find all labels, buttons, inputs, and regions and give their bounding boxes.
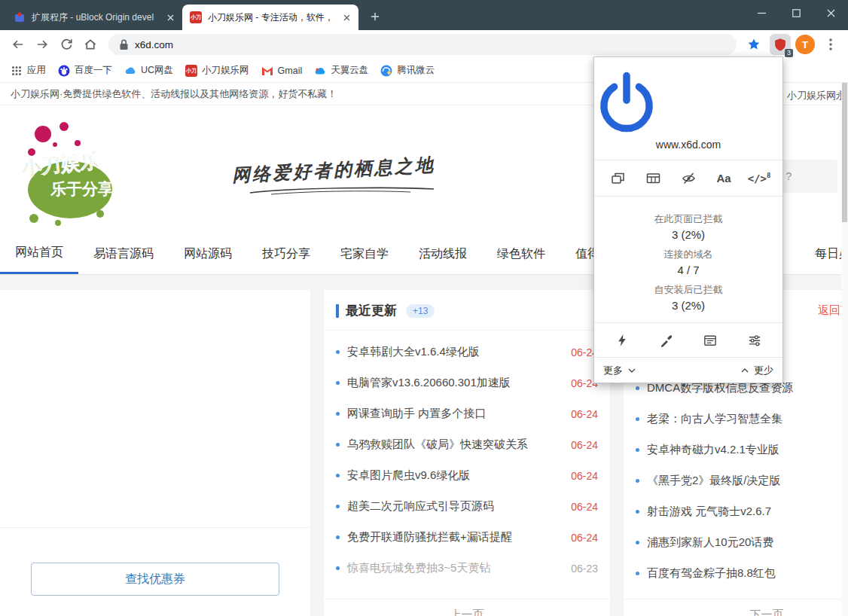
ublock-toggle-row: Aa </>8: [594, 160, 782, 196]
list-item[interactable]: 惊喜电玩城免费抽3~5天黄钻06-23: [324, 553, 610, 584]
search-placeholder: ?: [785, 169, 792, 182]
item-title[interactable]: 网课查询助手 内置多个接口: [347, 407, 565, 421]
maximize-button[interactable]: [779, 0, 813, 26]
list-item[interactable]: 电脑管家v13.6.20660.301加速版06-24: [324, 367, 610, 398]
find-coupon-button[interactable]: 查找优惠券: [31, 563, 279, 596]
code-glyph: </>: [748, 172, 767, 184]
forward-button[interactable]: [30, 32, 54, 56]
bullet-icon: [636, 479, 639, 483]
apps-grid-icon: [11, 65, 23, 77]
list-item[interactable]: 乌鸦救赎团队《破局》快速突破关系06-24: [324, 429, 610, 460]
nav-label: 技巧分享: [262, 246, 310, 262]
scrollbar-thumb[interactable]: [842, 83, 847, 222]
list-item[interactable]: 浦惠到家新人10元20话费: [624, 527, 848, 558]
list-item[interactable]: 安卓图片爬虫v9.6绿化版06-24: [324, 460, 610, 491]
list-item[interactable]: 网课查询助手 内置多个接口06-24: [324, 398, 610, 429]
bookmark-xiaodao[interactable]: 小刀 小刀娱乐网: [185, 64, 249, 77]
weiyun-icon: [380, 65, 392, 77]
nav-yiyuyan[interactable]: 易语言源码: [78, 233, 169, 274]
nav-green-software[interactable]: 绿色软件: [482, 233, 560, 274]
item-title[interactable]: 免费开联通防骚扰拦截+漏话提醒: [347, 530, 565, 544]
item-title[interactable]: 百度有驾金粽子抽8.8红包: [647, 566, 848, 581]
tab-xiaodao-site[interactable]: 小刀 小刀娱乐网 - 专注活动，软件，: [182, 5, 358, 30]
back-button[interactable]: [6, 32, 30, 56]
nav-tips[interactable]: 技巧分享: [247, 233, 325, 274]
item-title[interactable]: 《黑手党2》最终版/决定版: [647, 474, 848, 488]
nav-label: 绿色软件: [497, 246, 545, 262]
nav-self-study[interactable]: 宅家自学: [325, 233, 404, 274]
list-item[interactable]: 安卓神奇磁力v4.2.1专业版: [624, 435, 848, 465]
profile-avatar[interactable]: T: [795, 35, 815, 54]
tab-close-icon[interactable]: [164, 11, 176, 23]
bookmark-label: UC网盘: [141, 64, 173, 77]
bookmark-star-icon[interactable]: [743, 33, 765, 56]
item-title[interactable]: 电脑管家v13.6.20660.301加速版: [347, 376, 565, 390]
list-item[interactable]: 《黑手党2》最终版/决定版: [624, 465, 848, 496]
address-bar[interactable]: x6d.com: [108, 34, 737, 55]
tab-close-icon[interactable]: [340, 11, 352, 23]
close-window-button[interactable]: [813, 0, 848, 26]
item-title[interactable]: 超美二次元响应式引导页源码: [347, 499, 565, 514]
prev-page-button[interactable]: 上一页: [324, 599, 610, 616]
logger-icon[interactable]: [697, 328, 723, 353]
item-title[interactable]: 射击游戏 元气骑士v2.6.7: [647, 505, 848, 519]
browser-menu-icon[interactable]: [819, 33, 842, 56]
chevron-down-icon: [628, 368, 636, 373]
site-logo[interactable]: 小刀娱乐 乐于分享: [11, 114, 124, 227]
bullet-icon: [636, 386, 639, 390]
ublock-footer: 更多 更少: [594, 357, 782, 383]
recent-updates-title: 最近更新: [346, 302, 397, 319]
bullet-icon: [636, 417, 639, 421]
item-title[interactable]: 惊喜电玩城免费抽3~5天黄钻: [347, 561, 565, 575]
minimize-button[interactable]: [744, 0, 779, 26]
new-tab-button[interactable]: [365, 6, 386, 27]
list-item[interactable]: 免费开联通防骚扰拦截+漏话提醒06-24: [324, 522, 610, 553]
item-date: 06-24: [571, 439, 598, 451]
list-item[interactable]: 超美二次元响应式引导页源码06-24: [324, 491, 610, 522]
bookmark-tianyi-cloud[interactable]: 天翼云盘: [314, 64, 368, 77]
list-item[interactable]: 安卓韩剧大全v1.6.4绿化版06-24: [324, 337, 610, 367]
ublock-power-button[interactable]: [594, 57, 782, 134]
nav-activities[interactable]: 活动线报: [404, 233, 482, 274]
remote-fonts-blocker-icon[interactable]: Aa: [711, 166, 737, 191]
tab-strip: 扩展程序 - uBlock Origin devel 小刀 小刀娱乐网 - 专注…: [0, 0, 848, 30]
large-media-blocker-icon[interactable]: [640, 166, 666, 191]
javascript-blocker-icon[interactable]: </>8: [746, 166, 772, 191]
item-title[interactable]: 安卓图片爬虫v9.6绿化版: [347, 468, 565, 483]
item-title[interactable]: 老梁：向古人学习智慧全集: [647, 412, 848, 426]
bookmark-weiyun[interactable]: 腾讯微云: [380, 64, 435, 77]
scrollbar-track[interactable]: [841, 83, 848, 616]
list-item[interactable]: 百度有驾金粽子抽8.8红包: [624, 558, 848, 589]
nav-home[interactable]: 网站首页: [0, 233, 78, 274]
tab-title: 小刀娱乐网 - 专注活动，软件，: [208, 11, 336, 24]
ublock-popup: www.x6d.com Aa </>8 在此页面已拦截 3 (2%) 连接的域名…: [593, 56, 783, 383]
list-item[interactable]: 老梁：向古人学习智慧全集: [624, 404, 848, 435]
bookmark-uc-cloud[interactable]: UC网盘: [124, 64, 173, 77]
bookmark-baidu[interactable]: 百度一下: [58, 64, 112, 77]
cosmetic-filtering-icon[interactable]: [676, 166, 701, 191]
tab-extensions[interactable]: 扩展程序 - uBlock Origin devel: [6, 5, 182, 30]
item-title[interactable]: 安卓神奇磁力v4.2.1专业版: [647, 443, 848, 457]
popup-blocker-icon[interactable]: [605, 166, 630, 191]
bookmark-gmail[interactable]: Gmail: [261, 65, 303, 77]
reload-button[interactable]: [54, 32, 78, 56]
item-title[interactable]: 安卓韩剧大全v1.6.4绿化版: [347, 345, 565, 359]
element-picker-icon[interactable]: [654, 328, 679, 353]
logo-text-line2: 乐于分享: [50, 180, 114, 197]
item-title[interactable]: 浦惠到家新人10元20话费: [647, 535, 848, 550]
apps-shortcut[interactable]: 应用: [11, 64, 46, 77]
settings-sliders-icon[interactable]: [742, 328, 767, 353]
xiaodao-icon: 小刀: [185, 65, 197, 77]
ublock-less-button[interactable]: 更少: [741, 364, 773, 377]
next-page-button[interactable]: 下一页: [624, 599, 848, 616]
ublock-more-button[interactable]: 更多: [603, 364, 636, 377]
element-zapper-icon[interactable]: [609, 328, 635, 353]
nav-label: 易语言源码: [93, 246, 154, 262]
ublock-extension-button[interactable]: 3: [770, 34, 791, 55]
home-button[interactable]: [78, 32, 102, 56]
nav-site-source[interactable]: 网站源码: [169, 233, 247, 274]
bullet-icon: [636, 448, 639, 452]
new-count-badge: +13: [406, 304, 435, 318]
item-title[interactable]: 乌鸦救赎团队《破局》快速突破关系: [347, 438, 565, 452]
list-item[interactable]: 射击游戏 元气骑士v2.6.7: [624, 496, 848, 527]
